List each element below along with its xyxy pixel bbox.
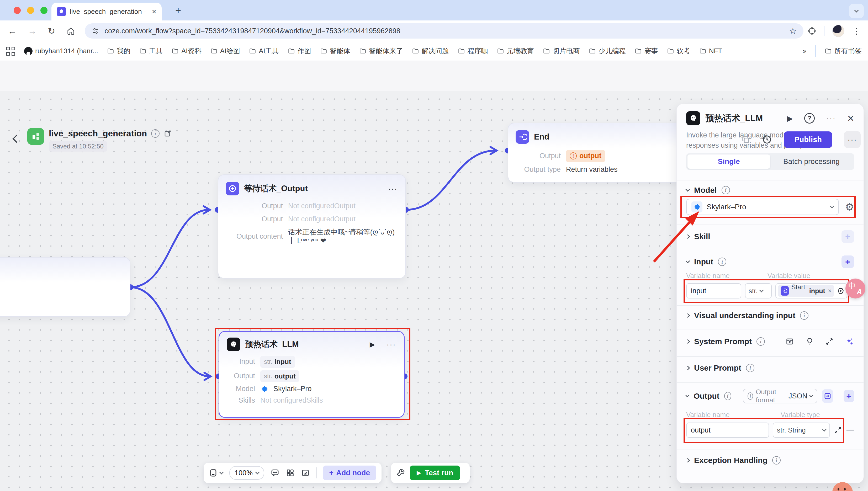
output-type-select[interactable]: str. String (773, 423, 830, 438)
tab-close-icon[interactable]: × (152, 7, 157, 16)
home-icon[interactable] (66, 27, 75, 35)
forward-icon[interactable]: → (28, 26, 37, 36)
bookmark-folder[interactable]: 切片电商 (543, 47, 580, 56)
bookmark-folder[interactable]: 程序咖 (458, 47, 488, 56)
url-text[interactable]: coze.com/work_flow?space_id=753342431984… (105, 27, 784, 35)
new-tab-button[interactable]: + (175, 6, 181, 15)
info-icon[interactable]: i (151, 129, 160, 138)
bookmark-folder[interactable]: 元壤教育 (497, 47, 534, 56)
add-input-button[interactable]: + (841, 256, 854, 268)
all-bookmarks-folder[interactable]: 所有书签 (825, 47, 862, 56)
translate-extension-button[interactable]: 中 A (845, 279, 865, 298)
history-icon[interactable] (762, 134, 772, 145)
expand-icon[interactable] (834, 426, 842, 434)
output-format-select[interactable]: i Output format JSON (743, 389, 817, 403)
plus-icon: + (329, 469, 334, 477)
panel-close-icon[interactable]: × (847, 114, 854, 122)
model-section-header[interactable]: Model i (686, 186, 854, 195)
maximize-window-button[interactable] (40, 7, 48, 14)
view-mode-button[interactable] (209, 468, 223, 478)
model-settings-gear-icon[interactable]: ⚙ (845, 201, 854, 213)
duplicate-icon[interactable] (741, 135, 750, 144)
node-end[interactable]: End Output ! output Output type Return v… (508, 123, 686, 182)
ai-optimize-sparkle-icon[interactable] (845, 337, 854, 346)
minimize-window-button[interactable] (27, 7, 34, 14)
panel-title: 预热话术_LLM (706, 113, 782, 124)
zoom-select[interactable]: 100% (229, 466, 264, 480)
profile-avatar[interactable] (832, 25, 844, 37)
bookmark-folder[interactable]: 智能体 (320, 47, 350, 56)
bookmark-folder[interactable]: 少儿编程 (589, 47, 626, 56)
output-section-header[interactable]: Output i i Output format JSON + (686, 389, 854, 403)
import-output-icon[interactable] (822, 389, 833, 403)
user-prompt-section-header[interactable]: User Prompt i (686, 364, 854, 372)
browser-tab[interactable]: live_speech_generation - Wo × (51, 3, 162, 21)
bookmark-folder[interactable]: 解决问题 (412, 47, 449, 56)
help-icon[interactable]: ? (804, 113, 815, 123)
extensions-icon[interactable] (807, 27, 816, 35)
close-window-button[interactable] (13, 7, 21, 14)
panel-run-icon[interactable]: ▶ (787, 114, 793, 123)
url-input[interactable]: coze.com/work_flow?space_id=753342431984… (85, 23, 804, 38)
layout-icon[interactable] (286, 468, 295, 478)
header-more-button[interactable]: ··· (844, 131, 861, 148)
prompt-library-icon[interactable] (785, 337, 794, 346)
wrench-icon[interactable] (396, 468, 405, 478)
hexagon-settings-icon[interactable] (837, 287, 845, 295)
tab-search-button[interactable] (849, 4, 864, 18)
node-llm[interactable]: 预热话术_LLM ▶ ··· Input str.input Output st… (219, 331, 404, 418)
bookmark-folder[interactable]: AI绘图 (211, 47, 240, 56)
bookmark-star-icon[interactable]: ☆ (789, 26, 796, 36)
bookmark-folder[interactable]: 智能体来了 (359, 47, 403, 56)
bookmark-folder[interactable]: 作图 (288, 47, 311, 56)
bookmarks-overflow-icon[interactable]: » (803, 47, 806, 55)
input-name-field[interactable]: input (686, 283, 741, 298)
test-run-button[interactable]: ▶ Test run (410, 466, 460, 480)
panel-more-icon[interactable]: ··· (826, 114, 836, 123)
add-skill-button[interactable]: + (841, 230, 854, 243)
window-controls[interactable] (13, 7, 48, 14)
bookmark-folder[interactable]: AI资料 (172, 47, 201, 56)
bookmark-folder[interactable]: NFT (699, 47, 722, 55)
node-menu-icon[interactable]: ··· (387, 340, 396, 349)
output-warning-badge: ! output (566, 150, 605, 162)
node-menu-icon[interactable]: ··· (388, 184, 397, 193)
bookmark-folder[interactable]: 我的 (107, 47, 131, 56)
input-type-select[interactable]: str. (745, 283, 772, 298)
add-node-button[interactable]: + Add node (323, 466, 376, 480)
exception-section-header[interactable]: Exception Handling i (686, 456, 854, 465)
add-output-button[interactable]: + (844, 390, 854, 402)
bookmark-folder[interactable]: 赛事 (635, 47, 658, 56)
output-name-field[interactable]: output (686, 423, 769, 438)
lightbulb-icon[interactable] (805, 337, 814, 346)
back-icon[interactable]: ← (8, 26, 17, 36)
remove-output-row-button[interactable] (846, 430, 854, 431)
browser-menu-icon[interactable]: ⋮ (852, 26, 861, 36)
mode-batch-tab[interactable]: Batch processing (770, 154, 853, 169)
skill-section-header[interactable]: Skill + (686, 230, 854, 243)
remove-reference-icon[interactable]: × (828, 287, 832, 294)
input-value-field[interactable]: Start - input × (775, 283, 847, 298)
chevron-down-icon (855, 8, 859, 12)
partial-node[interactable] (0, 257, 131, 317)
expand-icon[interactable] (825, 337, 834, 346)
apps-grid-icon[interactable] (6, 47, 15, 56)
reload-icon[interactable]: ↻ (48, 26, 55, 36)
publish-button[interactable]: Publish (784, 132, 832, 148)
model-select[interactable]: Skylark–Pro (686, 199, 839, 215)
system-prompt-section-header[interactable]: System Prompt i (686, 337, 854, 346)
bookmark-folder[interactable]: 工具 (139, 47, 163, 56)
bookmark-folder[interactable]: AI工具 (249, 47, 279, 56)
visual-input-section-header[interactable]: Visual understanding input i (686, 311, 854, 320)
variable-reference-chip[interactable]: Start - input × (778, 285, 834, 297)
input-section-header[interactable]: Input i + (686, 256, 854, 268)
edit-title-icon[interactable] (164, 129, 172, 138)
bookmark-folder[interactable]: 软考 (667, 47, 690, 56)
export-icon[interactable] (301, 468, 310, 478)
comment-icon[interactable] (271, 468, 279, 478)
mode-single-tab[interactable]: Single (688, 154, 770, 169)
site-info-icon[interactable] (91, 27, 100, 35)
node-wait-output[interactable]: 等待话术_Output ··· Output Not configuredOut… (218, 174, 406, 279)
bookmark-account[interactable]: rubyhan1314 (hanr... (24, 47, 98, 55)
node-run-icon[interactable]: ▶ (370, 341, 375, 349)
